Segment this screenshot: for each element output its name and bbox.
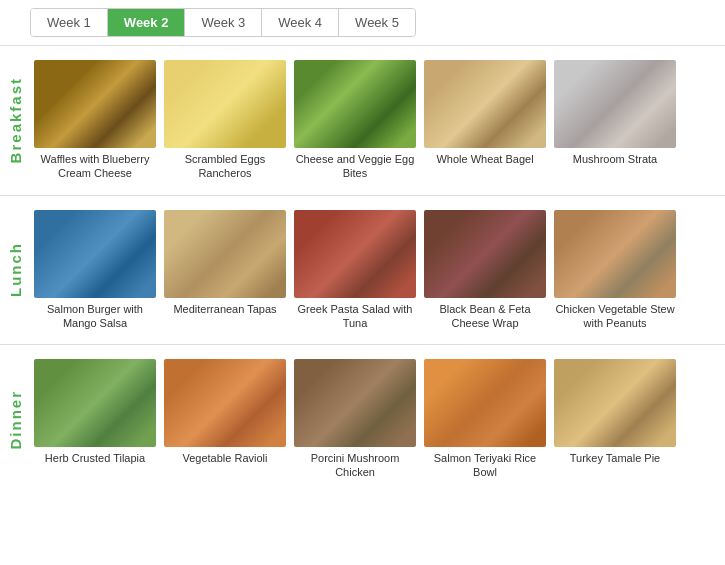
meal-items-breakfast: Waffles with Blueberry Cream CheeseScram… <box>30 56 725 185</box>
meal-item-name: Turkey Tamale Pie <box>570 451 660 465</box>
meal-item[interactable]: Black Bean & Feta Cheese Wrap <box>420 206 550 335</box>
meal-item-name: Greek Pasta Salad with Tuna <box>294 302 416 331</box>
meal-item-name: Cheese and Veggie Egg Bites <box>294 152 416 181</box>
section-lunch: LunchSalmon Burger with Mango SalsaMedit… <box>0 195 725 345</box>
meal-label-dinner: Dinner <box>7 390 24 450</box>
meal-item[interactable]: Porcini Mushroom Chicken <box>290 355 420 484</box>
meal-item[interactable]: Cheese and Veggie Egg Bites <box>290 56 420 185</box>
meal-label-lunch: Lunch <box>7 242 24 297</box>
meal-item[interactable]: Waffles with Blueberry Cream Cheese <box>30 56 160 185</box>
meal-item-image <box>554 60 676 148</box>
meal-item[interactable]: Mediterranean Tapas <box>160 206 290 335</box>
meal-item-image <box>294 210 416 298</box>
meal-item[interactable]: Greek Pasta Salad with Tuna <box>290 206 420 335</box>
meal-item-image <box>34 60 156 148</box>
meal-item-image <box>164 210 286 298</box>
meal-item[interactable]: Turkey Tamale Pie <box>550 355 680 484</box>
meal-item-name: Mushroom Strata <box>573 152 657 166</box>
week-tab-4[interactable]: Week 4 <box>262 9 339 36</box>
meal-items-dinner: Herb Crusted TilapiaVegetable RavioliPor… <box>30 355 725 484</box>
meal-item-name: Vegetable Ravioli <box>182 451 267 465</box>
meal-items-lunch: Salmon Burger with Mango SalsaMediterran… <box>30 206 725 335</box>
meal-item-image <box>294 359 416 447</box>
meal-item[interactable]: Salmon Teriyaki Rice Bowl <box>420 355 550 484</box>
meal-item-image <box>424 359 546 447</box>
meal-item-name: Salmon Teriyaki Rice Bowl <box>424 451 546 480</box>
meal-item-image <box>554 359 676 447</box>
meal-item-image <box>164 359 286 447</box>
meal-item-name: Waffles with Blueberry Cream Cheese <box>34 152 156 181</box>
meal-item[interactable]: Herb Crusted Tilapia <box>30 355 160 484</box>
meal-item-image <box>554 210 676 298</box>
week-tab-5[interactable]: Week 5 <box>339 9 415 36</box>
meal-item-image <box>424 210 546 298</box>
meal-item-image <box>34 210 156 298</box>
meal-item-name: Black Bean & Feta Cheese Wrap <box>424 302 546 331</box>
meal-item-image <box>34 359 156 447</box>
meal-item-name: Whole Wheat Bagel <box>436 152 533 166</box>
meal-item-image <box>424 60 546 148</box>
section-breakfast: BreakfastWaffles with Blueberry Cream Ch… <box>0 45 725 195</box>
header: Week 1Week 2Week 3Week 4Week 5 <box>0 0 725 45</box>
meal-item[interactable]: Salmon Burger with Mango Salsa <box>30 206 160 335</box>
week-tab-1[interactable]: Week 1 <box>31 9 108 36</box>
week-tab-2[interactable]: Week 2 <box>108 9 186 36</box>
meal-item-name: Scrambled Eggs Rancheros <box>164 152 286 181</box>
meal-item-name: Chicken Vegetable Stew with Peanuts <box>554 302 676 331</box>
meal-item[interactable]: Chicken Vegetable Stew with Peanuts <box>550 206 680 335</box>
meal-item-name: Herb Crusted Tilapia <box>45 451 145 465</box>
meal-label-breakfast: Breakfast <box>7 77 24 163</box>
meal-item-image <box>294 60 416 148</box>
meal-item[interactable]: Whole Wheat Bagel <box>420 56 550 185</box>
meal-item-name: Porcini Mushroom Chicken <box>294 451 416 480</box>
week-tab-3[interactable]: Week 3 <box>185 9 262 36</box>
meal-item-name: Salmon Burger with Mango Salsa <box>34 302 156 331</box>
meal-item-name: Mediterranean Tapas <box>173 302 276 316</box>
meal-item[interactable]: Mushroom Strata <box>550 56 680 185</box>
week-tabs: Week 1Week 2Week 3Week 4Week 5 <box>30 8 416 37</box>
meal-item[interactable]: Scrambled Eggs Rancheros <box>160 56 290 185</box>
meal-item-image <box>164 60 286 148</box>
meal-item[interactable]: Vegetable Ravioli <box>160 355 290 484</box>
section-dinner: DinnerHerb Crusted TilapiaVegetable Ravi… <box>0 344 725 494</box>
